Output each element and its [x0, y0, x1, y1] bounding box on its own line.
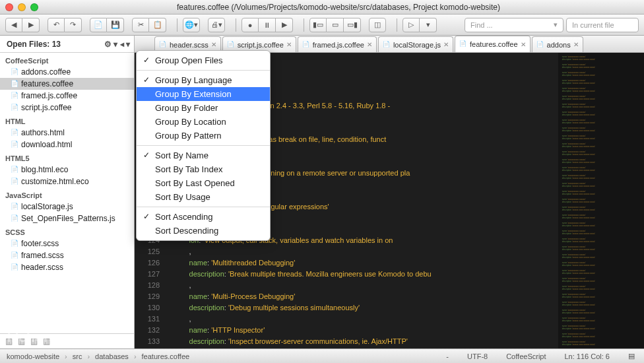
window-title: features.coffee (/Volumes/Projects/komod… [38, 3, 639, 12]
status-menu[interactable]: ▤ [624, 352, 639, 360]
panel-icon[interactable]: ▥ [18, 337, 25, 346]
undo-button[interactable]: ↶ [48, 18, 65, 32]
sidebar-options-button[interactable]: ⚙ ▾ ◂ ▾ [104, 40, 130, 49]
encoding-selector[interactable]: UTF-8 [463, 352, 492, 360]
new-file-button[interactable]: 📄 [90, 18, 107, 32]
back-button[interactable]: ◀ [5, 18, 22, 32]
file-icon: 📄 [11, 80, 18, 88]
tab-close-button[interactable]: ✕ [443, 41, 449, 48]
sidebar-file-item[interactable]: 📄download.html [0, 139, 134, 150]
split-view-button[interactable]: ◫ [369, 18, 386, 32]
save-button[interactable]: 💾 [107, 18, 124, 32]
context-menu-item[interactable]: Group Open Files [137, 53, 270, 67]
context-menu-item[interactable]: Group By Folder [137, 101, 270, 115]
status-bar: komodo-website›src›databases›features.co… [0, 348, 644, 363]
left-panel-toggle[interactable]: ▮▭ [309, 18, 327, 32]
tab-label: header.scss [170, 41, 209, 49]
sidebar-file-item[interactable]: 📄authors.html [0, 127, 134, 139]
breadcrumb-item[interactable]: features.coffee [141, 352, 191, 360]
file-label: localStorage.js [21, 202, 73, 211]
run-menu-button[interactable]: ▾ [420, 18, 437, 32]
find-input[interactable]: Find ... ▾ [465, 18, 564, 32]
sidebar-file-item[interactable]: 📄framed.js.coffee [0, 90, 134, 102]
tab-close-button[interactable]: ✕ [211, 41, 216, 48]
sidebar-file-item[interactable]: 📄header.scss [0, 261, 134, 273]
file-label: blog.html.eco [21, 165, 68, 174]
minimize-window-button[interactable] [18, 3, 26, 11]
sidebar-title: Open Files: 13 [7, 40, 61, 49]
cursor-position: Ln: 116 Col: 6 [561, 352, 614, 360]
context-menu-item[interactable]: Group By Location [137, 115, 270, 129]
tab-close-button[interactable]: ✕ [286, 41, 292, 48]
file-icon: 📄 [11, 263, 18, 271]
panel-icon[interactable]: ▥ [5, 337, 13, 346]
tab-label: framed.js.coffee [313, 41, 364, 49]
file-label: script.js.coffee [21, 103, 71, 112]
browser-preview-button[interactable]: 🌐▾ [183, 18, 200, 32]
sidebar-file-item[interactable]: 📄footer.scss [0, 238, 134, 249]
breadcrumb-item[interactable]: komodo-website [5, 352, 61, 360]
redo-button[interactable]: ↷ [65, 18, 82, 32]
breadcrumb-item[interactable]: src [71, 352, 84, 360]
context-menu-item[interactable]: Sort By Usage [137, 190, 270, 204]
macro-record-button[interactable]: ● [242, 18, 259, 32]
sidebar-file-item[interactable]: 📄addons.coffee [0, 66, 134, 78]
forward-button[interactable]: ▶ [22, 18, 40, 32]
file-label: header.scss [21, 263, 63, 272]
language-selector[interactable]: CoffeeScript [502, 352, 550, 360]
sidebar-group-title[interactable]: JavaScript [0, 187, 134, 201]
find-scope-select[interactable]: In current file [566, 18, 639, 32]
macro-play-button[interactable]: ▶ [276, 18, 293, 32]
panel-icon[interactable]: ▥ [30, 337, 38, 346]
bottom-panel-toggle[interactable]: ▭ [327, 18, 344, 32]
context-menu-item[interactable]: Sort Descending [137, 224, 270, 238]
tab-close-button[interactable]: ✕ [367, 41, 372, 48]
tab-label: addons [547, 41, 571, 49]
tab-close-button[interactable]: ✕ [573, 41, 579, 48]
file-label: addons.coffee [21, 67, 71, 77]
paste-button[interactable]: 📋 [149, 18, 166, 32]
zoom-window-button[interactable] [30, 3, 38, 11]
context-menu-item[interactable]: Group By Pattern [137, 129, 270, 143]
context-menu-item[interactable]: Sort By Tab Index [137, 162, 270, 176]
close-window-button[interactable] [5, 3, 13, 11]
tab-close-button[interactable]: ✕ [521, 41, 526, 48]
sidebar-group-title[interactable]: HTML5 [0, 150, 134, 164]
sidebar-file-item[interactable]: 📄features.coffee [0, 78, 134, 90]
file-label: framed.scss [21, 251, 64, 260]
print-button[interactable]: 🖨▾ [208, 18, 225, 32]
sidebar-file-item[interactable]: 📄customize.html.eco [0, 176, 134, 187]
sidebar-file-item[interactable]: 📄script.js.coffee [0, 102, 134, 114]
editor-tab[interactable]: 📄addons✕ [532, 36, 583, 52]
breadcrumb-item[interactable]: databases [94, 352, 130, 360]
sidebar-file-item[interactable]: 📄blog.html.eco [0, 164, 134, 176]
macro-pause-button[interactable]: ⏸ [259, 18, 276, 32]
minimap[interactable]: name 'xxxxxxxxxxx xxxxxx' description 'x… [558, 53, 644, 348]
file-icon: 📄 [227, 41, 235, 49]
sidebar-file-item[interactable]: 📄Set_OpenFiles_Patterns.js [0, 213, 134, 224]
file-icon: 📄 [11, 203, 18, 211]
file-label: authors.html [21, 128, 65, 137]
file-label: Set_OpenFiles_Patterns.js [21, 214, 115, 223]
traffic-lights [5, 3, 38, 11]
editor-tab[interactable]: 📄features.coffee✕ [455, 36, 531, 52]
cut-button[interactable]: ✂ [132, 18, 149, 32]
context-menu-item[interactable]: Sort By Name [137, 148, 270, 162]
breadcrumb[interactable]: komodo-website›src›databases›features.co… [5, 352, 191, 360]
sidebar-file-item[interactable]: 📄localStorage.js [0, 201, 134, 213]
file-icon: 📄 [536, 41, 544, 49]
editor-tab[interactable]: 📄framed.js.coffee✕ [298, 36, 377, 52]
run-button[interactable]: ▷ [402, 18, 420, 32]
editor-tab[interactable]: 📄localStorage.js✕ [378, 36, 453, 52]
tab-label: localStorage.js [393, 41, 441, 49]
panel-icon[interactable]: ▥ [43, 337, 50, 346]
right-panel-toggle[interactable]: ▭▮ [344, 18, 361, 32]
context-menu-item[interactable]: Sort By Last Opened [137, 176, 270, 190]
sidebar-group-title[interactable]: SCSS [0, 224, 134, 238]
context-menu-item[interactable]: Group By Language [137, 73, 270, 87]
sidebar-group-title[interactable]: CoffeeScript [0, 53, 134, 66]
context-menu-item[interactable]: Group By Extension [137, 87, 270, 101]
sidebar-group-title[interactable]: HTML [0, 114, 134, 127]
sidebar-file-item[interactable]: 📄framed.scss [0, 249, 134, 261]
context-menu-item[interactable]: Sort Ascending [137, 210, 270, 224]
